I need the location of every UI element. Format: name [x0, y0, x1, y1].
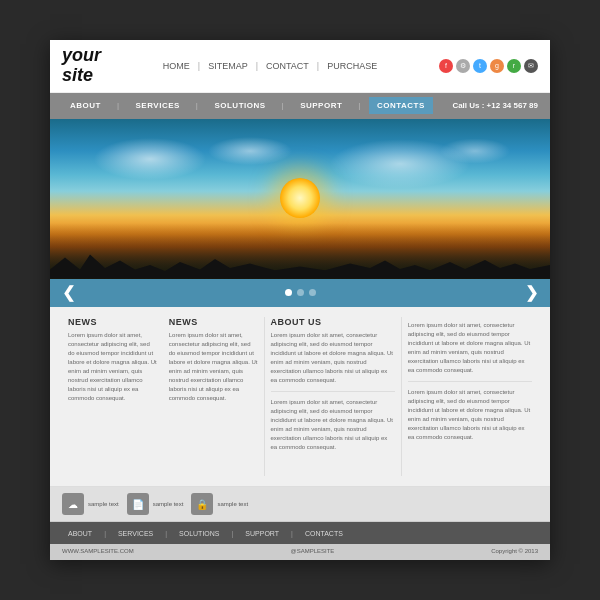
- nav-sitemap[interactable]: SITEMAP: [202, 61, 254, 71]
- top-menu: HOME | SITEMAP | CONTACT | PURCHASE: [157, 61, 383, 71]
- prev-arrow[interactable]: ❮: [62, 283, 75, 302]
- website-mockup: your site HOME | SITEMAP | CONTACT | PUR…: [50, 40, 550, 560]
- nav-purchase[interactable]: PURCHASE: [321, 61, 383, 71]
- hero-sun: [280, 178, 320, 218]
- footer-nav-solutions[interactable]: SOLUTIONS: [173, 530, 225, 537]
- bottom-nav: ABOUT | SERVICES | SOLUTIONS | SUPPORT |…: [50, 522, 550, 544]
- footer-copyright: Copyright © 2013: [491, 548, 538, 556]
- document-icon: 📄: [127, 493, 149, 515]
- main-nav-left: ABOUT | SERVICES | SOLUTIONS | SUPPORT |…: [62, 97, 433, 114]
- footer: WWW.SAMPLESITE.COM @SAMPLESITE Copyright…: [50, 544, 550, 560]
- top-icons: f ⚙ t g r ✉: [439, 59, 538, 73]
- logo-line1: your: [62, 46, 101, 66]
- about2-text-2: Lorem ipsum dolor sit amet, consectetur …: [408, 388, 532, 442]
- facebook-icon[interactable]: f: [439, 59, 453, 73]
- slider-dots: [285, 289, 316, 296]
- bottom-nav-links: ABOUT | SERVICES | SOLUTIONS | SUPPORT |…: [62, 530, 349, 537]
- about-text-2: Lorem ipsum dolor sit amet, consectetur …: [271, 398, 395, 452]
- main-nav-support[interactable]: SUPPORT: [292, 101, 350, 110]
- call-us: Call Us : +12 34 567 89: [452, 101, 538, 110]
- about2-divider: [408, 381, 532, 382]
- icon-item-2: 📄 sample text: [127, 493, 184, 515]
- email-icon[interactable]: ✉: [524, 59, 538, 73]
- footer-website: WWW.SAMPLESITE.COM: [62, 548, 134, 556]
- icon-label-1: sample text: [88, 501, 119, 507]
- main-nav-contacts[interactable]: CONTACTS: [369, 97, 433, 114]
- news-text-1: Lorem ipsum dolor sit amet, consectetur …: [68, 331, 157, 403]
- dot-3[interactable]: [309, 289, 316, 296]
- google-icon[interactable]: g: [490, 59, 504, 73]
- footer-nav-services[interactable]: SERVICES: [112, 530, 159, 537]
- lock-icon: 🔒: [191, 493, 213, 515]
- news-text-2: Lorem ipsum dolor sit amet, consectetur …: [169, 331, 258, 403]
- icon-label-3: sample text: [217, 501, 248, 507]
- news-col-2: NEWS Lorem ipsum dolor sit amet, consect…: [163, 317, 264, 476]
- news-title-1: NEWS: [68, 317, 157, 327]
- nav-contact[interactable]: CONTACT: [260, 61, 315, 71]
- top-nav: your site HOME | SITEMAP | CONTACT | PUR…: [50, 40, 550, 93]
- dot-2[interactable]: [297, 289, 304, 296]
- logo: your site: [62, 46, 101, 86]
- icon-row: ☁ sample text 📄 sample text 🔒 sample tex…: [50, 487, 550, 522]
- cloud-icon: ☁: [62, 493, 84, 515]
- content-section: NEWS Lorem ipsum dolor sit amet, consect…: [50, 307, 550, 487]
- about2-text-1: Lorem ipsum dolor sit amet, consectetur …: [408, 321, 532, 375]
- about-divider: [271, 391, 395, 392]
- slider-bar: ❮ ❯: [50, 279, 550, 307]
- about-title: ABOUT US: [271, 317, 395, 327]
- main-nav-services[interactable]: SERVICES: [128, 101, 188, 110]
- twitter-icon[interactable]: t: [473, 59, 487, 73]
- dot-1[interactable]: [285, 289, 292, 296]
- logo-line2: site: [62, 66, 101, 86]
- main-nav-solutions[interactable]: SOLUTIONS: [206, 101, 273, 110]
- icon-item-3: 🔒 sample text: [191, 493, 248, 515]
- about-text-1: Lorem ipsum dolor sit amet, consectetur …: [271, 331, 395, 385]
- footer-nav-contacts[interactable]: CONTACTS: [299, 530, 349, 537]
- rss-icon[interactable]: r: [507, 59, 521, 73]
- news-title-2: NEWS: [169, 317, 258, 327]
- icon-label-2: sample text: [153, 501, 184, 507]
- footer-social: @SAMPLESITE: [291, 548, 335, 556]
- next-arrow[interactable]: ❯: [525, 283, 538, 302]
- icon-item-1: ☁ sample text: [62, 493, 119, 515]
- footer-nav-about[interactable]: ABOUT: [62, 530, 98, 537]
- nav-home[interactable]: HOME: [157, 61, 196, 71]
- settings-icon[interactable]: ⚙: [456, 59, 470, 73]
- footer-nav-support[interactable]: SUPPORT: [239, 530, 285, 537]
- hero-image: [50, 119, 550, 279]
- main-nav: ABOUT | SERVICES | SOLUTIONS | SUPPORT |…: [50, 93, 550, 119]
- news-col-1: NEWS Lorem ipsum dolor sit amet, consect…: [62, 317, 163, 476]
- about-col-1: ABOUT US Lorem ipsum dolor sit amet, con…: [264, 317, 401, 476]
- about-col-2: Lorem ipsum dolor sit amet, consectetur …: [401, 317, 538, 476]
- main-nav-about[interactable]: ABOUT: [62, 101, 109, 110]
